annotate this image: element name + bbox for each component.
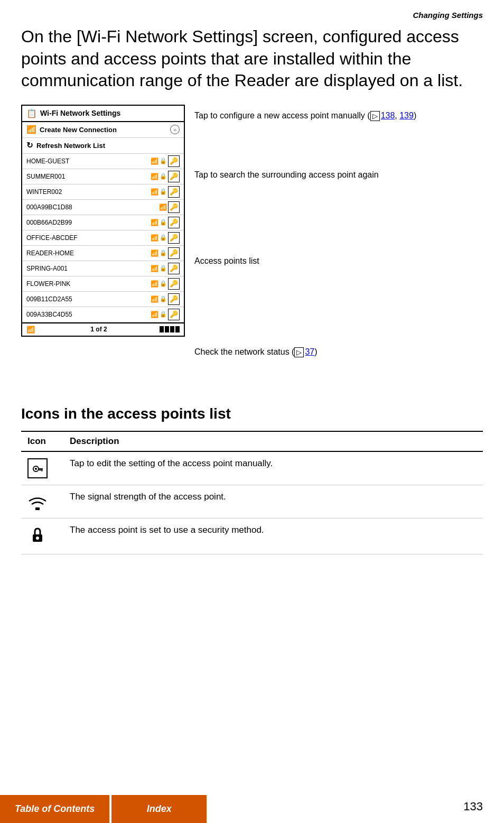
key-btn-9[interactable]: 🔑 bbox=[168, 293, 180, 305]
key-btn-0[interactable]: 🔑 bbox=[168, 155, 180, 167]
diagram-area: 📋 Wi-Fi Network Settings 📶 Create New Co… bbox=[21, 105, 483, 390]
network-row-4[interactable]: 000B66AD2B99 📶 🔒 🔑 bbox=[22, 215, 184, 230]
lock-icon-7: 🔒 bbox=[160, 265, 167, 272]
network-row-9[interactable]: 009B11CD2A55 📶 🔒 🔑 bbox=[22, 292, 184, 307]
svg-rect-1 bbox=[38, 468, 43, 470]
row-wifi-description: The signal strength of the access point. bbox=[63, 485, 483, 519]
svg-rect-5 bbox=[35, 507, 40, 510]
key-btn-10[interactable]: 🔑 bbox=[168, 309, 180, 320]
lock-icon-svg bbox=[27, 525, 48, 545]
refresh-label: Refresh Network List bbox=[36, 142, 180, 150]
key-btn-6[interactable]: 🔑 bbox=[168, 247, 180, 259]
signal-icon-8: 📶 bbox=[151, 280, 158, 288]
create-new-label: Create New Connection bbox=[40, 126, 170, 134]
col-icon-header: Icon bbox=[21, 431, 63, 451]
signal-icon-0: 📶 bbox=[151, 158, 158, 165]
link-139[interactable]: 139 bbox=[399, 111, 414, 120]
lock-icon-10: 🔒 bbox=[160, 311, 167, 318]
wifi-icon-svg bbox=[27, 492, 48, 512]
screen-title-icon: 📋 bbox=[26, 108, 37, 118]
signal-icon-5: 📶 bbox=[151, 234, 158, 242]
lock-icon-5: 🔒 bbox=[160, 234, 167, 241]
index-button[interactable]: Index bbox=[111, 795, 207, 823]
battery-indicator bbox=[160, 326, 180, 332]
icons-table: Icon Description Tap to edit the setting… bbox=[21, 431, 483, 554]
table-row-lock: The access point is set to use a securit… bbox=[21, 519, 483, 554]
create-new-connection-row[interactable]: 📶 Create New Connection ○ bbox=[22, 122, 184, 138]
key-btn-5[interactable]: 🔑 bbox=[168, 232, 180, 244]
right-callouts: Tap to configure a new access point manu… bbox=[185, 105, 483, 390]
network-row-7[interactable]: SPRING-A001 📶 🔒 🔑 bbox=[22, 261, 184, 276]
key-btn-1[interactable]: 🔑 bbox=[168, 171, 180, 182]
refresh-icon: ↻ bbox=[26, 141, 33, 150]
signal-icon-6: 📶 bbox=[151, 249, 158, 257]
screen-title-text: Wi-Fi Network Settings bbox=[40, 109, 120, 117]
header-title: Changing Settings bbox=[413, 11, 483, 20]
signal-icon-10: 📶 bbox=[151, 311, 158, 318]
key-btn-8[interactable]: 🔑 bbox=[168, 278, 180, 290]
callout-search-text: Tap to search the surrounding access poi… bbox=[194, 170, 379, 179]
network-row-8[interactable]: FLOWER-PINK 📶 🔒 🔑 bbox=[22, 276, 184, 292]
svg-rect-3 bbox=[40, 470, 41, 471]
svg-point-4 bbox=[35, 468, 37, 470]
lock-icon-6: 🔒 bbox=[160, 249, 167, 256]
wifi-icon-display bbox=[27, 492, 57, 512]
lock-icon-4: 🔒 bbox=[160, 219, 167, 226]
signal-icon-7: 📶 bbox=[151, 265, 158, 272]
link-138[interactable]: 138 bbox=[381, 111, 395, 120]
callout-access-points-text: Access points list bbox=[194, 256, 259, 265]
lock-icon-1: 🔒 bbox=[160, 173, 167, 180]
create-new-icon: 📶 bbox=[26, 125, 36, 134]
col-description-header: Description bbox=[63, 431, 483, 451]
page-ref-icon-1: ▷ bbox=[370, 111, 380, 121]
page-header: Changing Settings bbox=[21, 11, 483, 20]
lock-icon-8: 🔒 bbox=[160, 280, 167, 287]
svg-rect-6 bbox=[36, 498, 39, 499]
network-row-0[interactable]: HOME-GUEST 📶 🔒 🔑 bbox=[22, 154, 184, 169]
network-row-10[interactable]: 009A33BC4D55 📶 🔒 🔑 bbox=[22, 307, 184, 322]
lock-icon-9: 🔒 bbox=[160, 295, 167, 302]
intro-paragraph: On the [Wi-Fi Network Settings] screen, … bbox=[21, 26, 483, 92]
table-row-wifi: The signal strength of the access point. bbox=[21, 485, 483, 519]
create-new-circle: ○ bbox=[170, 125, 180, 134]
refresh-network-row[interactable]: ↻ Refresh Network List bbox=[22, 138, 184, 154]
callout-check-network: Check the network status (▷37) bbox=[194, 346, 483, 358]
page-number: 133 bbox=[463, 800, 483, 813]
key-btn-3[interactable]: 🔑 bbox=[168, 201, 180, 213]
lock-icon-display bbox=[27, 525, 57, 548]
row-key-description: Tap to edit the setting of the access po… bbox=[63, 451, 483, 485]
device-screen: 📋 Wi-Fi Network Settings 📶 Create New Co… bbox=[21, 105, 185, 337]
table-row-key: Tap to edit the setting of the access po… bbox=[21, 451, 483, 485]
key-btn-7[interactable]: 🔑 bbox=[168, 263, 180, 274]
key-icon-svg bbox=[32, 463, 43, 474]
callout-configure: Tap to configure a new access point manu… bbox=[194, 110, 483, 122]
callout-search: Tap to search the surrounding access poi… bbox=[194, 169, 483, 181]
signal-icon-9: 📶 bbox=[151, 295, 158, 303]
network-row-1[interactable]: SUMMER001 📶 🔒 🔑 bbox=[22, 169, 184, 184]
status-wifi-icon: 📶 bbox=[26, 326, 35, 334]
lock-icon-2: 🔒 bbox=[160, 188, 167, 195]
screen-title-bar: 📋 Wi-Fi Network Settings bbox=[22, 106, 184, 122]
row-lock-description: The access point is set to use a securit… bbox=[63, 519, 483, 554]
screen-status-bar: 📶 1 of 2 bbox=[22, 322, 184, 336]
key-btn-2[interactable]: 🔑 bbox=[168, 186, 180, 198]
key-btn-4[interactable]: 🔑 bbox=[168, 217, 180, 228]
section-title: Icons in the access points list bbox=[21, 405, 483, 422]
network-row-2[interactable]: WINTER002 📶 🔒 🔑 bbox=[22, 184, 184, 200]
callout-configure-text: Tap to configure a new access point manu… bbox=[194, 111, 416, 120]
signal-icon-3: 📶 bbox=[159, 204, 167, 211]
lock-icon-0: 🔒 bbox=[160, 158, 167, 164]
signal-icon-1: 📶 bbox=[151, 173, 158, 180]
svg-rect-2 bbox=[41, 470, 43, 471]
signal-icon-4: 📶 bbox=[151, 219, 158, 226]
signal-icon-2: 📶 bbox=[151, 188, 158, 196]
page-footer: Table of Contents Index bbox=[0, 795, 504, 823]
callout-access-points: Access points list bbox=[194, 255, 483, 267]
link-37[interactable]: 37 bbox=[305, 347, 314, 356]
network-row-6[interactable]: READER-HOME 📶 🔒 🔑 bbox=[22, 246, 184, 261]
table-of-contents-button[interactable]: Table of Contents bbox=[0, 795, 109, 823]
page-ref-icon-2: ▷ bbox=[294, 347, 304, 357]
key-icon-display bbox=[27, 458, 48, 478]
network-row-5[interactable]: OFFICE-ABCDEF 📶 🔒 🔑 bbox=[22, 230, 184, 246]
network-row-3[interactable]: 000A99BC1D88 📶 🔑 bbox=[22, 200, 184, 215]
